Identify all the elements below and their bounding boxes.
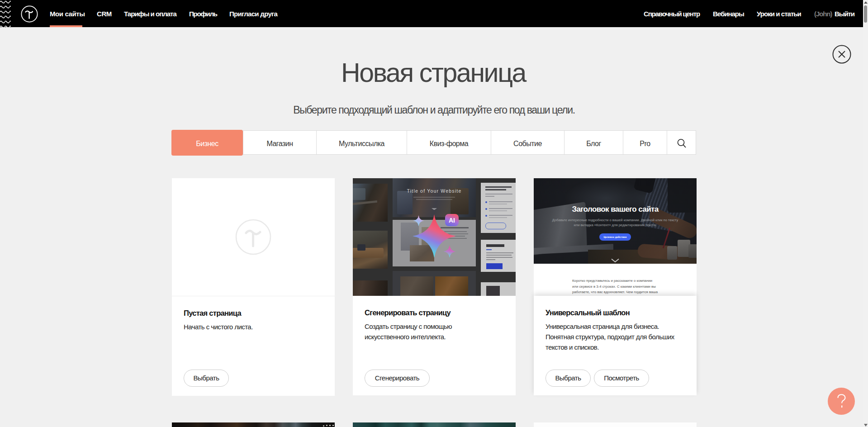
svg-text:AI: AI <box>449 217 455 224</box>
